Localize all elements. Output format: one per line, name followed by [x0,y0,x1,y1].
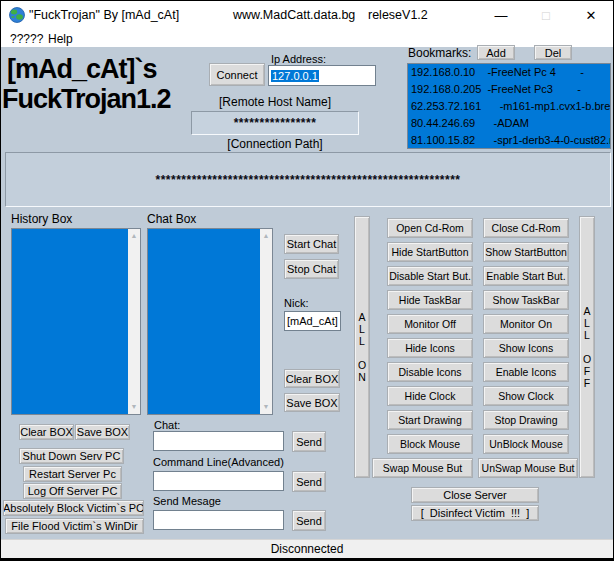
show-startbutton-button[interactable]: Show StartButton [483,242,569,262]
nick-input[interactable]: [mAd_cAt] [284,311,341,331]
history-scrollbar[interactable]: ▲ ▼ [128,229,140,414]
remote-host-label: [Remote Host Name] [219,95,331,109]
unswap-mouse-button[interactable]: UnSwap Mouse But [478,458,578,478]
enable-start-button[interactable]: Enable Start But. [483,266,569,286]
scroll-down-icon[interactable]: ▼ [128,400,140,414]
file-flood-windir-button[interactable]: File Flood Victim`s WinDir [5,518,144,534]
hide-startbutton-button[interactable]: Hide StartButton [387,242,473,262]
history-box[interactable]: ▲ ▼ [11,228,141,415]
history-save-box-button[interactable]: Save BOX [75,424,130,440]
bookmark-item[interactable]: 62.253.72.161 -m161-mp1.cvx1-b.bre [408,98,610,115]
chat-scrollbar[interactable]: ▲ ▼ [260,229,272,414]
menu-item-help[interactable]: Help [48,31,73,47]
logoff-server-button[interactable]: Log Off Server PC [23,483,122,499]
unblock-mouse-button[interactable]: UnBlock Mouse [483,434,569,454]
chat-save-box-button[interactable]: Save BOX [284,393,340,412]
ip-address-selected-text: 127.0.0.1 [271,70,319,82]
command-send-button[interactable]: Send [292,471,326,492]
monitor-off-button[interactable]: Monitor Off [387,314,473,334]
menu-bar: ????? Help [1,30,613,47]
globe-icon [9,7,25,23]
connection-path-value: ****************************************… [155,173,460,187]
chat-send-button[interactable]: Send [292,431,326,452]
send-message-label: Send Mesage [153,495,221,507]
bookmark-item[interactable]: 81.100.15.82 -spr1-derb3-4-0-cust82.r [408,132,610,149]
bookmark-item[interactable]: 192.168.0.205 -FreeNet Pc3 - [408,81,610,98]
window-title: "FuckTrojan" By [mAd_cAt] [29,8,179,22]
start-drawing-button[interactable]: Start Drawing [387,410,473,430]
chat-input[interactable] [153,431,284,451]
block-victim-pc-button[interactable]: Absolutely Block Victim`s PC [3,500,144,516]
show-icons-button[interactable]: Show Icons [483,338,569,358]
stop-drawing-button[interactable]: Stop Drawing [483,410,569,430]
bookmarks-label: Bookmarks: [408,46,471,60]
all-off-button[interactable]: A L L O F F [579,216,595,478]
stop-chat-button[interactable]: Stop Chat [284,259,339,279]
enable-icons-button[interactable]: Enable Icons [483,362,569,382]
maximize-button[interactable]: □ [531,1,561,30]
restart-server-button[interactable]: Restart Server Pc [23,466,122,482]
history-box-label: History Box [11,212,72,226]
swap-mouse-button[interactable]: Swap Mouse But [372,458,473,478]
minimize-button[interactable]: — [486,1,516,30]
remote-host-value: **************** [234,116,317,130]
open-cdrom-button[interactable]: Open Cd-Rom [387,218,473,238]
hide-icons-button[interactable]: Hide Icons [387,338,473,358]
show-taskbar-button[interactable]: Show TaskBar [483,290,569,310]
remote-host-field: **************** [191,111,359,135]
scroll-up-icon[interactable]: ▲ [260,229,272,243]
chat-input-label: Chat: [154,419,180,431]
message-send-button[interactable]: Send [292,510,326,531]
chat-clear-box-button[interactable]: Clear BOX [284,369,340,388]
close-button[interactable]: ✕ [576,1,606,30]
chat-box-label: Chat Box [147,212,196,226]
bookmark-del-button[interactable]: Del [534,45,572,60]
bookmark-item[interactable]: 80.44.246.69 -ADAM [408,115,610,132]
connect-button[interactable]: Connect [209,63,265,86]
title-bar: "FuckTrojan" By [mAd_cAt] www.MadCatt.da… [1,1,613,30]
nick-label: Nick: [284,297,308,309]
app-window: "FuckTrojan" By [mAd_cAt] www.MadCatt.da… [0,0,614,561]
status-bar: Disconnected [1,539,613,558]
close-server-button[interactable]: Close Server [411,487,539,503]
start-chat-button[interactable]: Start Chat [284,234,339,254]
scroll-down-icon[interactable]: ▼ [260,400,272,414]
bookmark-add-button[interactable]: Add [477,45,515,60]
chat-box[interactable]: ▲ ▼ [147,228,273,415]
window-title-url: www.MadCatt.data.bg [233,8,355,22]
ip-address-input[interactable]: 127.0.0.1 [268,65,376,86]
hide-taskbar-button[interactable]: Hide TaskBar [387,290,473,310]
send-message-input[interactable] [153,510,284,530]
window-title-release: releseV1.2 [368,8,428,22]
bookmark-item[interactable]: 192.168.0.10 -FreeNet Pc 4 - [408,64,610,81]
bookmarks-list: 192.168.0.10 -FreeNet Pc 4 - 192.168.0.2… [407,63,611,149]
monitor-on-button[interactable]: Monitor On [483,314,569,334]
all-on-button[interactable]: A L L O N [354,216,370,478]
close-cdrom-button[interactable]: Close Cd-Rom [483,218,569,238]
menu-item-unknown[interactable]: ????? [10,31,43,47]
connection-path-field: ****************************************… [5,152,611,207]
status-text: Disconnected [271,542,344,556]
disable-start-button[interactable]: Disable Start But. [387,266,473,286]
scroll-up-icon[interactable]: ▲ [128,229,140,243]
history-clear-box-button[interactable]: Clear BOX [19,424,74,440]
disable-icons-button[interactable]: Disable Icons [387,362,473,382]
block-mouse-button[interactable]: Block Mouse [387,434,473,454]
show-clock-button[interactable]: Show Clock [483,386,569,406]
logo-line1: [mAd_cAt]`s [7,54,157,85]
command-line-label: Command Line(Advanced) [153,456,284,468]
disinfect-victim-button[interactable]: [ Disinfect Victim !!! ] [411,505,539,521]
logo-line2: FuckTrojan1.2 [2,84,171,115]
command-line-input[interactable] [153,471,284,491]
ip-address-label: Ip Address: [271,53,326,65]
hide-clock-button[interactable]: Hide Clock [387,386,473,406]
shutdown-server-button[interactable]: Shut Down Serv PC [19,448,124,464]
connection-path-label: [Connection Path] [227,137,322,151]
